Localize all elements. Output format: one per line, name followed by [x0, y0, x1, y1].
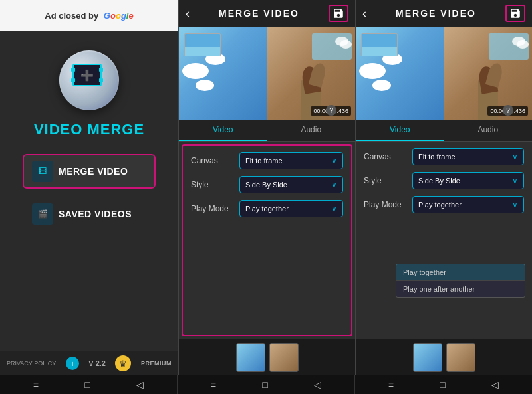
privacy-policy-text[interactable]: PRIVACY POLICY — [7, 360, 56, 367]
crown-badge[interactable]: ♛ — [115, 355, 131, 371]
strip-thumb-plants-left[interactable] — [269, 343, 299, 372]
setting-row-playmode-right: Play Mode Play together ∨ — [364, 196, 524, 213]
hamburger-icon-3[interactable]: ≡ — [388, 379, 394, 390]
help-badge-left[interactable]: ? — [326, 105, 336, 116]
version-text: V 2.2 — [88, 359, 106, 367]
settings-area-left: Canvas Fit to frame ∨ Style Side By Side… — [182, 144, 352, 336]
back-button-right[interactable]: ‹ — [362, 7, 366, 21]
ad-closed-text: Ad closed by Google — [45, 11, 133, 21]
saved-videos-button[interactable]: 🎬 SAVED VIDEOS — [23, 197, 156, 231]
merge-video-label: MERGE VIDEO — [59, 166, 128, 177]
video-preview-right: 00:00:05.436 ? — [356, 27, 532, 120]
ad-closed-bar: Ad closed by Google — [0, 0, 178, 31]
left-panel: Ad closed by Google ➕ VIDEO MERGE — [0, 0, 178, 375]
editor-panel-left: ‹ MERGE VIDEO — [178, 0, 355, 375]
strip-thumb-plants-right[interactable] — [446, 343, 475, 372]
hamburger-icon-1[interactable]: ≡ — [33, 379, 39, 390]
save-button-right[interactable] — [505, 5, 525, 22]
nav-section-1: ≡ □ ◁ — [0, 375, 177, 394]
setting-row-style-left: Style Side By Side ∨ — [191, 176, 343, 193]
panel-title-left: MERGE VIDEO — [195, 8, 323, 19]
playmode-select-right[interactable]: Play together ∨ — [412, 196, 524, 213]
style-label-left: Style — [191, 180, 234, 189]
saved-videos-icon: 🎬 — [32, 203, 53, 225]
back-icon-3[interactable]: ◁ — [491, 379, 499, 390]
save-button-left[interactable] — [329, 5, 348, 22]
style-select-left[interactable]: Side By Side ∨ — [239, 176, 343, 193]
style-select-right[interactable]: Side By Side ∨ — [412, 172, 524, 189]
canvas-arrow-left: ∨ — [331, 156, 337, 165]
back-icon-1[interactable]: ◁ — [136, 379, 144, 390]
dropdown-option-play-together[interactable]: Play together — [396, 264, 525, 280]
merge-video-icon: 🎞 — [32, 161, 53, 182]
playmode-label-right: Play Mode — [364, 200, 407, 209]
playmode-dropdown-right: Play together Play one after another — [396, 264, 525, 298]
canvas-select-left[interactable]: Fit to frame ∨ — [239, 152, 343, 169]
style-label-right: Style — [364, 176, 407, 185]
playmode-label-left: Play Mode — [191, 204, 234, 213]
bottom-nav: ≡ □ ◁ ≡ □ ◁ ≡ □ ◁ — [0, 375, 532, 394]
playmode-select-left[interactable]: Play together ∨ — [239, 200, 343, 217]
video-thumb-blue-right — [356, 27, 444, 120]
menu-buttons: 🎞 MERGE VIDEO 🎬 SAVED VIDEOS — [23, 154, 156, 231]
setting-row-canvas-right: Canvas Fit to frame ∨ — [364, 148, 524, 165]
panel-header-left: ‹ MERGE VIDEO — [179, 0, 355, 27]
strip-thumb-blue-left[interactable] — [236, 343, 265, 372]
nav-section-2: ≡ □ ◁ — [177, 375, 354, 394]
video-thumb-plants-right — [444, 27, 533, 120]
canvas-label-right: Canvas — [364, 152, 407, 161]
merge-video-button[interactable]: 🎞 MERGE VIDEO — [23, 154, 156, 189]
panel-title-right: MERGE VIDEO — [372, 8, 500, 19]
setting-row-playmode-left: Play Mode Play together ∨ — [191, 200, 343, 217]
setting-row-style-right: Style Side By Side ∨ — [364, 172, 524, 189]
editor-panel-right: ‹ MERGE VIDEO — [355, 0, 532, 375]
save-icon-left — [332, 7, 344, 19]
square-icon-1[interactable]: □ — [84, 379, 90, 390]
playmode-arrow-right: ∨ — [512, 200, 518, 209]
tab-video-left[interactable]: Video — [179, 120, 267, 141]
save-icon-right — [509, 7, 521, 19]
info-badge[interactable]: i — [66, 357, 79, 370]
style-arrow-right: ∨ — [512, 176, 518, 185]
video-thumb-plants-left — [267, 27, 356, 120]
settings-area-right: Canvas Fit to frame ∨ Style Side By Side… — [356, 142, 532, 339]
playmode-arrow-left: ∨ — [331, 204, 337, 213]
thumb-strip-left — [179, 339, 355, 375]
app-logo: ➕ — [59, 50, 119, 110]
tab-audio-left[interactable]: Audio — [267, 120, 356, 141]
strip-thumb-blue-right[interactable] — [413, 343, 442, 372]
back-button-left[interactable]: ‹ — [186, 7, 190, 21]
dropdown-option-play-after[interactable]: Play one after another — [396, 281, 525, 297]
square-icon-3[interactable]: □ — [440, 379, 445, 390]
premium-text: PREMIUM — [141, 360, 172, 367]
canvas-select-right[interactable]: Fit to frame ∨ — [412, 148, 524, 165]
canvas-arrow-right: ∨ — [512, 152, 518, 161]
tab-video-right[interactable]: Video — [356, 120, 444, 141]
canvas-label-left: Canvas — [191, 156, 234, 165]
nav-section-3: ≡ □ ◁ — [354, 375, 532, 394]
help-badge-right[interactable]: ? — [503, 105, 513, 116]
panel-tabs-left: Video Audio — [179, 120, 355, 142]
saved-videos-label: SAVED VIDEOS — [59, 209, 132, 219]
panel-tabs-right: Video Audio — [356, 120, 532, 142]
square-icon-2[interactable]: □ — [262, 379, 267, 390]
right-panels: ‹ MERGE VIDEO — [178, 0, 532, 375]
hamburger-icon-2[interactable]: ≡ — [211, 379, 216, 390]
style-arrow-left: ∨ — [331, 180, 337, 189]
setting-row-canvas-left: Canvas Fit to frame ∨ — [191, 152, 343, 169]
back-icon-2[interactable]: ◁ — [314, 379, 321, 390]
video-preview-left: 00:00:05.436 ? — [179, 27, 355, 120]
thumb-strip-right — [356, 339, 532, 375]
left-bottom-bar: PRIVACY POLICY i V 2.2 ♛ PREMIUM — [0, 351, 178, 375]
panel-header-right: ‹ MERGE VIDEO — [356, 0, 532, 27]
tab-audio-right[interactable]: Audio — [444, 120, 533, 141]
app-title: VIDEO MERGE — [34, 121, 144, 138]
video-thumb-blue-left — [179, 27, 267, 120]
